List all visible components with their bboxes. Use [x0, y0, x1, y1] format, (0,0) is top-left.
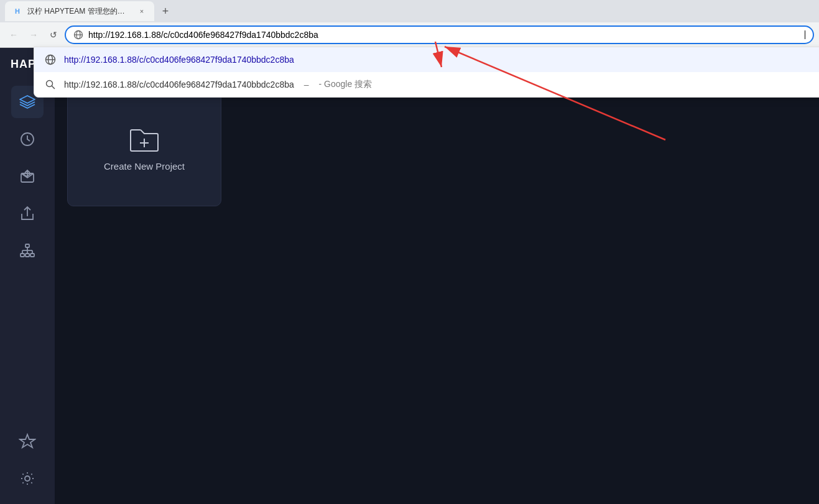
sidebar-item-favorites[interactable] [11, 425, 44, 457]
main-content: My Project Create New P [55, 48, 819, 504]
sidebar-item-settings[interactable] [11, 462, 44, 495]
svg-marker-11 [20, 96, 35, 103]
svg-point-24 [25, 476, 30, 481]
create-folder-icon [128, 126, 160, 153]
tab-title: 汉柠 HAPYTEAM 管理您的设计数据 [27, 6, 132, 17]
autocomplete-url-text-1: http://192.168.1.88/c/c0cd406fe968427f9d… [64, 55, 294, 65]
sidebar-item-network[interactable] [11, 235, 44, 267]
new-tab-button[interactable]: + [157, 2, 174, 20]
sidebar-item-share[interactable] [11, 160, 44, 193]
tab-close-button[interactable]: × [137, 6, 147, 16]
address-favicon [73, 30, 83, 40]
svg-rect-14 [25, 244, 29, 247]
create-new-project-card[interactable]: Create New Project [67, 91, 221, 206]
tab-bar: H 汉柠 HAPYTEAM 管理您的设计数据 × + [0, 0, 819, 22]
sidebar-item-recent[interactable] [11, 123, 44, 155]
address-text: http://192.168.1.88/c/c0cd406fe968427f9d… [88, 30, 800, 40]
sidebar-item-export[interactable] [11, 198, 44, 230]
tab-favicon: H [12, 6, 22, 16]
autocomplete-globe-icon [44, 53, 57, 66]
svg-marker-23 [20, 434, 35, 447]
autocomplete-item-search[interactable]: http://192.168.1.88/c/c0cd406fe968427f9d… [34, 72, 819, 97]
autocomplete-search-icon [44, 78, 57, 91]
browser-tab-active[interactable]: H 汉柠 HAPYTEAM 管理您的设计数据 × [5, 1, 154, 21]
sidebar: HAPY [0, 48, 55, 504]
address-bar[interactable]: http://192.168.1.88/c/c0cd406fe968427f9d… [65, 25, 814, 44]
projects-grid: Create New Project [55, 78, 819, 219]
autocomplete-search-label: - Google 搜索 [319, 79, 372, 90]
nav-bar: ← → ↺ http://192.168.1.88/c/c0cd406fe968… [0, 22, 819, 47]
browser-chrome: H 汉柠 HAPYTEAM 管理您的设计数据 × + ← → ↺ http://… [0, 0, 819, 48]
autocomplete-dropdown: http://192.168.1.88/c/c0cd406fe968427f9d… [34, 47, 819, 98]
svg-rect-15 [21, 254, 24, 257]
svg-line-7 [52, 86, 55, 89]
back-button[interactable]: ← [5, 26, 22, 44]
address-bar-container: http://192.168.1.88/c/c0cd406fe968427f9d… [65, 25, 814, 44]
create-new-label: Create New Project [104, 161, 185, 172]
app-wrapper: HAPY [0, 48, 819, 504]
autocomplete-url-text-2: http://192.168.1.88/c/c0cd406fe968427f9d… [64, 80, 294, 89]
forward-button[interactable]: → [25, 26, 42, 44]
svg-rect-17 [30, 254, 34, 257]
autocomplete-item-url[interactable]: http://192.168.1.88/c/c0cd406fe968427f9d… [34, 47, 819, 72]
cursor [805, 30, 805, 39]
reload-button[interactable]: ↺ [45, 26, 62, 44]
svg-rect-16 [25, 254, 29, 257]
